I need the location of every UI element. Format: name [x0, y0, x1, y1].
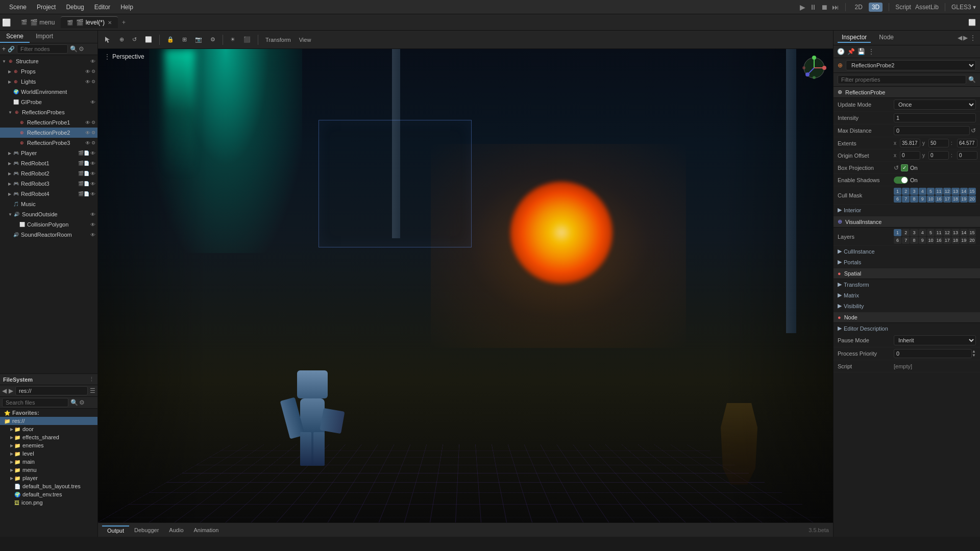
- tab-menu[interactable]: 🎬 🎬 menu: [15, 17, 61, 28]
- menu-project[interactable]: Project: [32, 3, 61, 12]
- layer-cell-6[interactable]: 6: [894, 237, 901, 244]
- section-visual-instance[interactable]: ⊕ VisualInstance: [834, 216, 980, 228]
- eye-icon-reflprobe3[interactable]: 👁: [85, 140, 90, 146]
- tree-item-redrobot4[interactable]: ▶ 🎮 RedRobot4 🎬 📄 👁: [0, 189, 97, 199]
- sun-button[interactable]: ☀: [227, 35, 238, 44]
- film-icon-rr3[interactable]: 🎬: [78, 181, 84, 186]
- menu-editor[interactable]: Editor: [89, 3, 115, 12]
- viewport-canvas[interactable]: ⋮ Perspective: [98, 49, 833, 522]
- fs-item-env[interactable]: ▶ 🌍 default_env.tres: [0, 490, 97, 498]
- tab-add-button[interactable]: +: [118, 17, 130, 28]
- fs-item-level[interactable]: ▶ 📁 level: [0, 449, 97, 458]
- tree-item-soundreactor[interactable]: ▶ 🔊 SoundReactorRoom 👁: [0, 230, 97, 240]
- cull-cell-10[interactable]: 10: [927, 195, 935, 203]
- tree-item-reflprobe3[interactable]: ▶ ⊕ ReflectionProbe3 👁 ⚙: [0, 138, 97, 148]
- intensity-input[interactable]: [894, 113, 976, 122]
- script-icon-player[interactable]: 📄: [84, 151, 89, 156]
- layer-cell-20[interactable]: 20: [968, 237, 976, 244]
- fs-item-menu[interactable]: ▶ 📁 menu: [0, 466, 97, 474]
- box-projection-reset-icon[interactable]: ↺: [894, 164, 899, 171]
- film-icon-rr2[interactable]: 🎬: [78, 171, 84, 176]
- rotate-mode-button[interactable]: ↺: [129, 35, 140, 44]
- sub-section-transform[interactable]: ▶ Transform: [834, 279, 980, 290]
- enable-shadows-toggle[interactable]: [894, 177, 908, 184]
- tree-item-worldenv[interactable]: ▶ 🌍 WorldEnvironment: [0, 87, 97, 97]
- tree-item-reflprobe2[interactable]: ▶ ⊕ ReflectionProbe2 👁 ⚙: [0, 128, 97, 138]
- layer-cell-4[interactable]: 4: [919, 229, 926, 236]
- layer-cell-15[interactable]: 15: [968, 229, 976, 236]
- tab-audio[interactable]: Audio: [164, 526, 188, 534]
- process-priority-input[interactable]: [894, 349, 972, 358]
- filter-search-icon[interactable]: 🔍: [968, 76, 976, 83]
- fs-layout-button[interactable]: ☰: [90, 387, 95, 394]
- search-files-input[interactable]: [2, 398, 68, 407]
- section-reflectionprobe[interactable]: ⊕ ReflectionProbe: [834, 87, 980, 98]
- sub-section-matrix[interactable]: ▶ Matrix: [834, 290, 980, 300]
- tree-item-lights[interactable]: ▶ ⊕ Lights 👁 ⚙: [0, 77, 97, 87]
- layer-cell-5[interactable]: 5: [927, 229, 935, 236]
- fs-forward-button[interactable]: ▶: [9, 387, 13, 394]
- camera-button[interactable]: 📷: [192, 35, 205, 44]
- layer-cell-8[interactable]: 8: [910, 237, 918, 244]
- filter-options-icon[interactable]: ⚙: [79, 45, 84, 53]
- cull-cell-1[interactable]: 1: [894, 188, 901, 195]
- select-mode-button[interactable]: [100, 34, 114, 45]
- btn-3d[interactable]: 3D: [869, 3, 883, 12]
- save-icon[interactable]: 💾: [857, 47, 865, 56]
- tree-item-giprobe[interactable]: ▶ ⬜ GIProbe 👁: [0, 97, 97, 107]
- film-icon-rr4[interactable]: 🎬: [78, 191, 84, 196]
- extents-z-input[interactable]: [957, 139, 977, 147]
- eye-icon-reflprobe2[interactable]: 👁: [85, 130, 90, 136]
- max-distance-reset-icon[interactable]: ↺: [971, 127, 976, 134]
- tab-level[interactable]: 🎬 🎬 level(*) ✕: [61, 16, 118, 28]
- history-icon[interactable]: 🕐: [837, 47, 845, 56]
- btn-assetlib[interactable]: AssetLib: [915, 4, 939, 11]
- pause-mode-dropdown[interactable]: Inherit: [894, 335, 976, 345]
- eye-icon-lights[interactable]: 👁: [85, 79, 90, 85]
- cull-cell-20[interactable]: 20: [968, 195, 976, 203]
- cull-cell-15[interactable]: 15: [968, 188, 976, 195]
- cull-cell-7[interactable]: 7: [902, 195, 910, 203]
- tree-item-player[interactable]: ▶ 🎮 Player 🎬 📄 👁: [0, 148, 97, 158]
- cull-cell-17[interactable]: 17: [943, 195, 951, 203]
- eye-icon-rr2[interactable]: 👁: [90, 171, 95, 177]
- script-icon-rr1[interactable]: 📄: [84, 161, 89, 166]
- use-snap-button[interactable]: 🔒: [164, 35, 177, 44]
- tab-output[interactable]: Output: [102, 525, 129, 535]
- sub-section-cull-instance[interactable]: ▶ CullInstance: [834, 246, 980, 257]
- inspector-back-button[interactable]: ◀: [958, 34, 962, 41]
- link-node-button[interactable]: 🔗: [8, 46, 15, 53]
- more-icon[interactable]: ⋮: [867, 47, 875, 56]
- pin-icon[interactable]: 📌: [847, 47, 855, 56]
- scale-mode-button[interactable]: ⬜: [142, 35, 155, 44]
- layer-cell-1[interactable]: 1: [894, 229, 901, 236]
- layer-cell-19[interactable]: 19: [960, 237, 968, 244]
- config-icon-props[interactable]: ⚙: [91, 69, 95, 74]
- cull-cell-8[interactable]: 8: [910, 195, 918, 203]
- btn-2d[interactable]: 2D: [852, 3, 866, 12]
- fs-item-player[interactable]: ▶ 📁 player: [0, 474, 97, 482]
- layer-cell-17[interactable]: 17: [943, 237, 951, 244]
- origin-z-input[interactable]: [957, 151, 977, 160]
- menu-debug[interactable]: Debug: [61, 3, 89, 12]
- layer-cell-2[interactable]: 2: [902, 229, 910, 236]
- inspector-more-button[interactable]: ⋮: [970, 34, 976, 41]
- fs-item-door[interactable]: ▶ 📁 door: [0, 425, 97, 433]
- eye-icon-reflprobe1[interactable]: 👁: [85, 120, 90, 126]
- layer-cell-16[interactable]: 16: [935, 237, 943, 244]
- config-icon-lights[interactable]: ⚙: [91, 79, 95, 84]
- film-icon-player[interactable]: 🎬: [78, 151, 84, 156]
- filesystem-menu-icon[interactable]: ⋮: [89, 376, 94, 383]
- process-priority-stepper[interactable]: ▲ ▼: [972, 349, 976, 358]
- tree-item-redrobot1[interactable]: ▶ 🎮 RedRobot1 🎬 📄 👁: [0, 158, 97, 168]
- expand-icon[interactable]: ⬜: [2, 18, 11, 27]
- transform-button[interactable]: Transform: [262, 35, 294, 44]
- cull-cell-4[interactable]: 4: [919, 188, 926, 195]
- layer-cell-18[interactable]: 18: [951, 237, 959, 244]
- filter-icon[interactable]: 🔍: [70, 45, 78, 53]
- script-icon-rr3[interactable]: 📄: [84, 181, 89, 186]
- cull-cell-9[interactable]: 9: [919, 195, 926, 203]
- tab-node[interactable]: Node: [875, 33, 898, 43]
- layer-cell-9[interactable]: 9: [919, 237, 926, 244]
- fs-item-main[interactable]: ▶ 📁 main: [0, 458, 97, 466]
